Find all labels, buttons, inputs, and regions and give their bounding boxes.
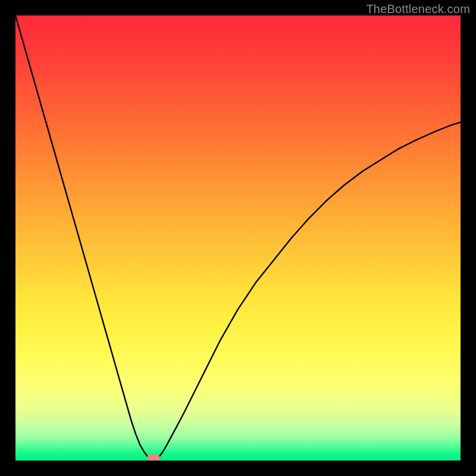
watermark-text: TheBottleneck.com [366, 2, 470, 16]
optimal-point-marker [147, 454, 160, 461]
plot-area [15, 15, 461, 461]
bottleneck-curve [15, 15, 461, 461]
chart-frame: TheBottleneck.com [0, 0, 476, 476]
curve-layer [15, 15, 461, 461]
